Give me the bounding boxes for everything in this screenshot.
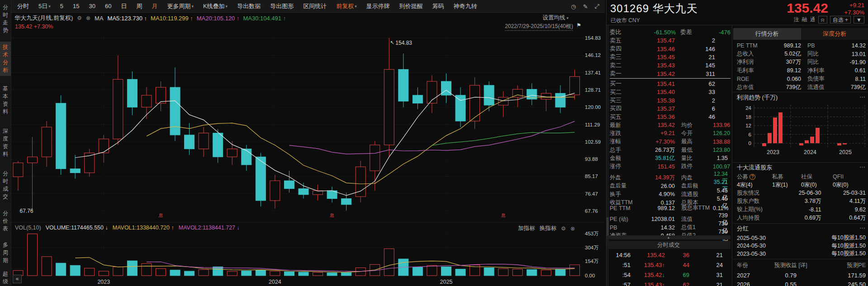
close-icon[interactable]: ⊗	[86, 15, 90, 21]
ma-settings-menu[interactable]: 设置均线▾	[542, 14, 569, 22]
svg-text:154万: 154万	[585, 258, 599, 264]
vol-legend: VOLUME:1174465.550 ↓MAVOL1:1338440.720 ↑…	[46, 225, 240, 231]
brush-icon[interactable]: ✎	[583, 3, 588, 10]
svg-text:76.47: 76.47	[585, 191, 598, 197]
sidebar-item-8[interactable]: 超级	[0, 270, 11, 286]
toolbar-item[interactable]: 筹码	[432, 2, 444, 10]
stock-code-name: 301269 华大九天	[610, 1, 698, 16]
bid-row[interactable]: 买四135.376	[610, 104, 730, 113]
toolbar-item[interactable]: 显示停牌	[366, 2, 390, 10]
forecast-header-cell: 年份	[737, 262, 766, 269]
kline-chart[interactable]: 154.83146.12137.41128.71120.00111.29102.…	[11, 13, 605, 286]
pin-icon[interactable]: ⚑	[576, 22, 581, 28]
ask-row[interactable]: 卖四135.46146	[610, 45, 730, 53]
toolbar-item[interactable]: 神奇九转	[454, 2, 477, 10]
bid-row[interactable]: 买三135.382	[610, 96, 730, 104]
toolbar-item[interactable]: 5日▾	[38, 2, 51, 10]
holder-row: 股东情况25-06-3025-03-31	[737, 189, 866, 197]
sidebar-item-5[interactable]: 分时成交	[0, 170, 11, 201]
sidebar-item-6[interactable]: 分价表	[0, 210, 11, 233]
toolbar-item[interactable]: 30	[89, 3, 95, 9]
toolbar-item[interactable]: 更多周期▾	[167, 2, 194, 10]
svg-text:2023: 2023	[97, 279, 110, 285]
holder-label: 股东情况	[737, 189, 777, 197]
finance-label: 总收入	[737, 50, 765, 58]
date-range-label: 2022/7/29-2025/10/15(40根)	[505, 23, 573, 31]
toolbar-item[interactable]: K线叠加▾	[203, 2, 228, 10]
sidebar-item-1[interactable]: 分时走势	[0, 4, 11, 34]
finance-value: 739亿	[765, 84, 801, 91]
level-volume: 33	[675, 89, 730, 95]
kline-chart-area[interactable]: 154.83146.12137.41128.71120.00111.29102.…	[11, 13, 605, 286]
toolbar-item[interactable]: 分时	[17, 2, 29, 10]
detail-label: 最高	[675, 138, 713, 145]
bell-icon[interactable]: ⍾	[818, 16, 827, 23]
toolbar-item[interactable]: 5	[60, 3, 63, 9]
level-label: 卖三	[610, 53, 635, 61]
ask-row[interactable]: 卖三135.4521	[610, 53, 730, 61]
more-icon[interactable]: ⋯	[859, 94, 866, 100]
svg-text:154.83: 154.83	[585, 35, 601, 41]
toolbar-item[interactable]: 15	[73, 3, 79, 9]
volume-tools: 加指标 换指标 ⚙ ⊗	[518, 225, 575, 232]
ma-toggle[interactable]: MA	[95, 15, 104, 22]
toolbar-item[interactable]: 月	[152, 2, 157, 10]
detail-label: 量比	[675, 155, 713, 162]
add-indicator-button[interactable]: 加指标	[518, 225, 535, 232]
tab-行情分析[interactable]: 行情分析	[733, 28, 801, 40]
toolbar-item[interactable]: 前复权▾	[336, 2, 357, 10]
weicha-label: 委差	[676, 28, 699, 36]
gear-icon[interactable]: ⚙	[77, 15, 82, 21]
more-icon[interactable]: ⋯	[859, 164, 866, 170]
toolbar-item[interactable]: 60	[105, 3, 111, 9]
dividend-amount: 每10股派1.50	[831, 250, 866, 258]
watchlist-dropdown[interactable]: ▼	[854, 16, 864, 23]
bid-row[interactable]: 买一135.4162	[610, 80, 730, 88]
detail-value: 14.32	[641, 225, 675, 231]
market-flag: 注	[794, 16, 799, 23]
toolbar-item[interactable]: 区间统计	[303, 2, 327, 10]
toolbar-item[interactable]: 日	[121, 2, 127, 10]
close-icon[interactable]: ⊗	[570, 225, 575, 232]
toolbar-item[interactable]: 导出数据	[237, 2, 261, 10]
finance-value: 14.32	[835, 42, 866, 49]
sidebar-item-4[interactable]: 深度资料	[0, 127, 11, 158]
forecast-cell: 0.55	[766, 281, 816, 286]
toolbar-item[interactable]: 导出图形	[270, 2, 294, 10]
more-icon[interactable]: ⋯	[859, 225, 866, 231]
tick-volume: 36	[665, 252, 689, 258]
forecast-header[interactable]: 年份预测收益 [详]预测PE	[737, 261, 866, 270]
vol-legend-entry: MAVOL2:1138441.727 ↓	[179, 225, 240, 231]
toolbar-item[interactable]: 到价提醒	[399, 2, 423, 10]
sidebar-item-2[interactable]: 技术分析	[0, 42, 11, 76]
add-watchlist-button[interactable]: 自选 +	[830, 16, 851, 23]
tick-count: 24	[689, 262, 728, 268]
corner-price-label: 135.42 +7.30%	[15, 23, 53, 30]
tick-list[interactable]: 14:56135.423621:51135.43↑4424:54135.42↓6…	[610, 250, 728, 286]
tick-count: 31	[689, 272, 728, 278]
switch-indicator-button[interactable]: 换指标	[540, 225, 557, 232]
sidebar-item-3[interactable]: 基本资料	[0, 85, 11, 116]
level-volume: 46	[675, 113, 730, 120]
clock-icon[interactable]: ◷	[571, 3, 576, 10]
collapse-handle[interactable]: ▲	[607, 235, 730, 239]
fullscreen-icon[interactable]: ⤢	[595, 3, 599, 10]
holder-value: -8.11	[777, 206, 821, 213]
holder-label: 较上期(%)	[737, 206, 777, 213]
ask-row[interactable]: 卖二135.43145	[610, 61, 730, 70]
tab-深度分析[interactable]: 深度分析	[801, 28, 868, 40]
ask-row[interactable]: 卖一135.42311	[610, 70, 730, 78]
ask-row[interactable]: 卖五135.472	[610, 37, 730, 45]
quote-body: 委比-61.50%委差-476卖五135.472卖四135.46146卖三135…	[607, 25, 868, 286]
level-volume: 2	[675, 97, 730, 104]
bid-row[interactable]: 买五135.3646	[610, 113, 730, 121]
sidebar-item-7[interactable]: 多周期	[0, 241, 11, 264]
gear-icon[interactable]: ⚙	[561, 225, 566, 232]
svg-text:18: 18	[745, 114, 751, 120]
forecast-header-cell[interactable]: 预测收益 [详]	[766, 262, 816, 269]
toolbar-item[interactable]: 周	[136, 2, 142, 10]
bid-row[interactable]: 买二135.4033	[610, 88, 730, 96]
collapse-sidebar-button[interactable]: «	[13, 275, 22, 283]
help-icon[interactable]: ?	[749, 174, 755, 180]
detail-value: 26.73万	[641, 146, 675, 154]
